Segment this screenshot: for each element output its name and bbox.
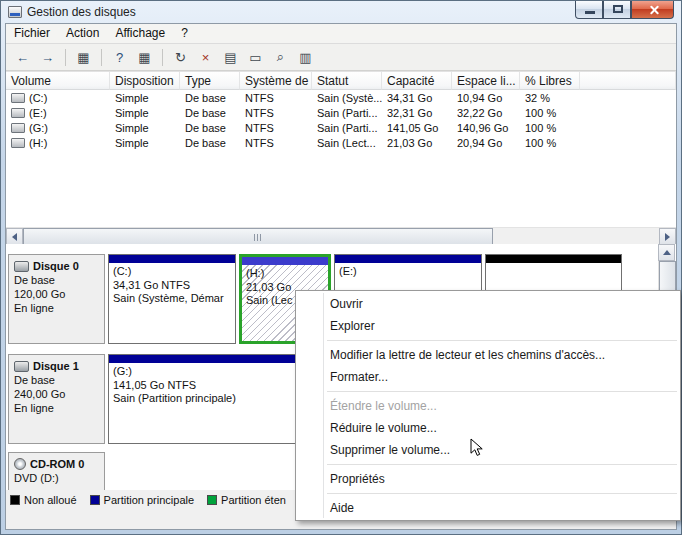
disk-name: CD-ROM 0 <box>30 457 84 471</box>
disk-management-window: Gestion des disques Fichier Action Affic… <box>0 0 682 535</box>
legend-swatch-extended <box>207 495 217 505</box>
volume-icon <box>11 93 25 103</box>
column-header-filler <box>580 72 676 90</box>
horizontal-scrollbar[interactable] <box>6 227 676 244</box>
cell-pct-libres: 32 % <box>520 90 580 105</box>
forward-icon[interactable]: → <box>36 47 59 68</box>
menu-separator <box>327 493 677 494</box>
scroll-up-icon <box>663 250 671 255</box>
column-header-pct-libres[interactable]: % Libres <box>520 72 580 90</box>
disk-header-disque-0[interactable]: Disque 0 De base 120,00 Go En ligne <box>8 254 105 344</box>
menu-separator <box>327 340 677 341</box>
refresh-icon[interactable]: ↻ <box>169 47 192 68</box>
hdd-icon <box>14 261 29 272</box>
unallocated-band <box>486 255 621 263</box>
menu-item-shrink-volume[interactable]: Réduire le volume... <box>296 417 680 439</box>
menu-separator <box>327 464 677 465</box>
properties-icon[interactable]: ▤ <box>219 47 242 68</box>
cell-espace-libre: 10,94 Go <box>452 90 520 105</box>
menu-help[interactable]: ? <box>173 24 196 43</box>
menu-item-delete-volume[interactable]: Supprimer le volume... <box>296 439 680 461</box>
menu-item-properties[interactable]: Propriétés <box>296 468 680 490</box>
scroll-right-button[interactable] <box>659 228 676 245</box>
column-header-disposition[interactable]: Disposition <box>110 72 180 90</box>
disk-name: Disque 1 <box>33 359 79 373</box>
legend-label: Partition principale <box>104 494 195 506</box>
legend-unallocated: Non alloué <box>10 494 77 506</box>
cell-pct-libres: 100 % <box>520 135 580 150</box>
maximize-icon <box>613 5 623 13</box>
partition-label: (C:) <box>113 265 231 279</box>
volume-icon <box>11 108 25 118</box>
menu-item-open[interactable]: Ouvrir <box>296 293 680 315</box>
column-header-type[interactable]: Type <box>180 72 240 90</box>
delete-icon[interactable]: × <box>194 47 217 68</box>
cell-statut: Sain (Lect... <box>312 135 382 150</box>
back-icon[interactable]: ← <box>11 47 34 68</box>
disk-management-app-icon <box>8 6 22 18</box>
cell-capacite: 34,31 Go <box>382 90 452 105</box>
column-header-statut[interactable]: Statut <box>312 72 382 90</box>
menu-item-explore[interactable]: Explorer <box>296 315 680 337</box>
close-button[interactable] <box>631 1 674 19</box>
window-title: Gestion des disques <box>27 5 136 19</box>
disk-type: DVD (D:) <box>14 471 99 485</box>
horizontal-scrollbar-thumb[interactable] <box>23 228 493 245</box>
cdrom-icon <box>14 458 26 470</box>
column-header-volume[interactable]: Volume <box>6 72 110 90</box>
minimize-button[interactable] <box>575 1 603 19</box>
disk-header-disque-1[interactable]: Disque 1 De base 240,00 Go En ligne <box>8 354 105 444</box>
column-header-espace-libre[interactable]: Espace li... <box>452 72 520 90</box>
volume-icon <box>11 123 25 133</box>
table-row[interactable]: (C:) Simple De base NTFS Sain (Systè... … <box>6 90 676 105</box>
disk-status: En ligne <box>14 401 99 415</box>
menu-fichier[interactable]: Fichier <box>6 24 58 43</box>
cell-disposition: Simple <box>110 135 180 150</box>
menu-affichage[interactable]: Affichage <box>107 24 173 43</box>
cell-type: De base <box>180 135 240 150</box>
cell-capacite: 32,31 Go <box>382 105 452 120</box>
cell-statut: Sain (Parti... <box>312 105 382 120</box>
maximize-button[interactable] <box>603 1 631 19</box>
disk-header-cdrom-0[interactable]: CD-ROM 0 DVD (D:) <box>8 452 105 490</box>
cell-capacite: 21,03 Go <box>382 135 452 150</box>
cell-filesystem: NTFS <box>240 120 312 135</box>
primary-partition-band <box>109 255 235 263</box>
cell-espace-libre: 140,96 Go <box>452 120 520 135</box>
menu-item-format[interactable]: Formater... <box>296 366 680 388</box>
disk-view-icon[interactable]: ▥ <box>294 47 317 68</box>
cell-type: De base <box>180 105 240 120</box>
menu-item-change-drive-letter[interactable]: Modifier la lettre de lecteur et les che… <box>296 344 680 366</box>
legend-swatch-primary <box>90 495 100 505</box>
partition-status: Sain (Système, Démar <box>113 292 231 306</box>
open-folder-icon[interactable]: ▭ <box>244 47 267 68</box>
table-row[interactable]: (H:) Simple De base NTFS Sain (Lect... 2… <box>6 135 676 150</box>
scroll-left-button[interactable] <box>6 228 23 245</box>
scroll-up-button[interactable] <box>658 244 675 261</box>
legend-extended-partition: Partition éten <box>207 494 286 506</box>
volume-name: (G:) <box>29 122 48 134</box>
column-header-capacite[interactable]: Capacité <box>382 72 452 90</box>
toolbar-separator <box>162 49 163 66</box>
table-row[interactable]: (E:) Simple De base NTFS Sain (Parti... … <box>6 105 676 120</box>
cell-disposition: Simple <box>110 105 180 120</box>
partition-label: (E:) <box>339 265 477 279</box>
partition-c[interactable]: (C:) 34,31 Go NTFS Sain (Système, Démar <box>108 254 236 344</box>
cell-espace-libre: 32,22 Go <box>452 105 520 120</box>
search-icon[interactable]: ⌕ <box>269 47 292 68</box>
context-menu: Ouvrir Explorer Modifier la lettre de le… <box>295 290 681 521</box>
cell-pct-libres: 100 % <box>520 120 580 135</box>
table-row[interactable]: (G:) Simple De base NTFS Sain (Parti... … <box>6 120 676 135</box>
show-console-tree-icon[interactable]: ▦ <box>72 47 95 68</box>
menu-action[interactable]: Action <box>58 24 107 43</box>
volume-list: Volume Disposition Type Système de ... S… <box>6 71 676 227</box>
volume-name: (C:) <box>29 92 47 104</box>
cell-pct-libres: 100 % <box>520 105 580 120</box>
mouse-cursor <box>470 438 485 462</box>
menu-item-help[interactable]: Aide <box>296 497 680 519</box>
disk-type: De base <box>14 273 99 287</box>
show-action-pane-icon[interactable]: ▦ <box>133 47 156 68</box>
help-icon[interactable]: ? <box>108 47 131 68</box>
legend-swatch-unallocated <box>10 495 20 505</box>
column-header-filesystem[interactable]: Système de ... <box>240 72 312 90</box>
